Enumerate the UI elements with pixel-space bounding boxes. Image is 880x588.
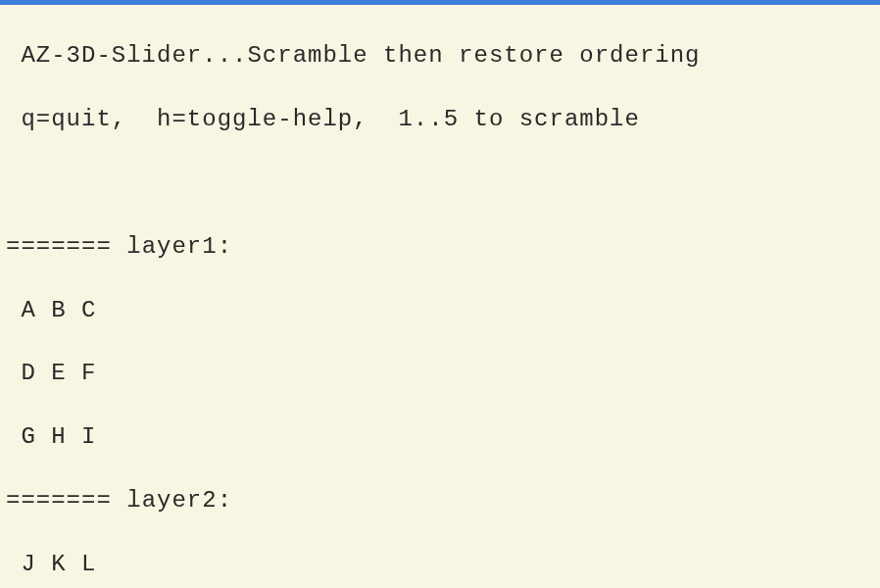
layer1-row1: A B C: [6, 295, 874, 326]
layer1-header: ======= layer1:: [6, 231, 874, 263]
layer2-row1: J K L: [6, 549, 874, 580]
layer1-row3: G H I: [6, 421, 874, 453]
layer1-row2: D E F: [6, 358, 874, 389]
help-hint: q=quit, h=toggle-help, 1..5 to scramble: [6, 104, 874, 135]
terminal-output[interactable]: AZ-3D-Slider...Scramble then restore ord…: [0, 5, 880, 588]
layer2-header: ======= layer2:: [6, 485, 874, 516]
blank-line: [6, 168, 874, 199]
game-title: AZ-3D-Slider...Scramble then restore ord…: [6, 40, 874, 72]
